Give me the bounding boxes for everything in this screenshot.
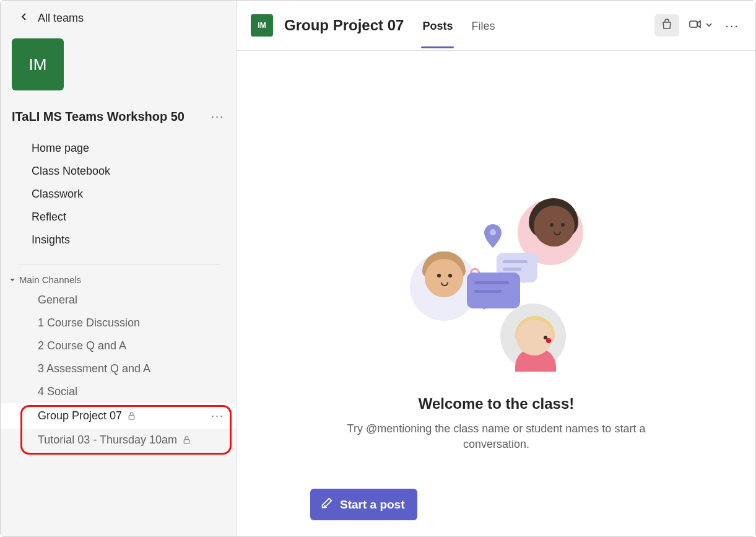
apps-button[interactable] (654, 14, 679, 37)
topbar-more-button[interactable]: ··· (721, 16, 743, 35)
team-more-button[interactable]: ··· (209, 108, 227, 126)
svg-rect-0 (129, 416, 134, 420)
lock-icon (182, 435, 191, 445)
illus-line (474, 281, 509, 284)
sidebar-divider (17, 264, 220, 264)
app-frame: All teams IM ITaLI MS Teams Workshop 50 … (0, 0, 756, 537)
team-title-row: ITaLI MS Teams Workshop 50 ··· (1, 108, 237, 137)
illus-line (474, 290, 502, 293)
illus-eye (448, 274, 452, 277)
main-panel: IM Group Project 07 Posts Files (237, 1, 755, 536)
section-label: Main Channels (19, 274, 81, 285)
video-camera-icon (688, 17, 703, 34)
channel-label: 2 Course Q and A (38, 339, 126, 352)
nav-item-insights[interactable]: Insights (1, 229, 237, 251)
channel-more-button[interactable]: ··· (207, 408, 228, 424)
sidebar: All teams IM ITaLI MS Teams Workshop 50 … (1, 1, 237, 536)
illus-person1-head (425, 259, 463, 297)
tab-files[interactable]: Files (470, 4, 496, 48)
caret-down-icon (9, 274, 15, 285)
all-teams-label: All teams (38, 12, 84, 25)
team-nav-list: Home page Class Notebook Classwork Refle… (1, 137, 237, 260)
compose-icon (320, 496, 334, 513)
channel-name-heading: Group Project 07 (284, 17, 404, 34)
start-a-post-button[interactable]: Start a post (310, 489, 417, 520)
team-avatar-initials: IM (29, 55, 47, 74)
illus-earring (546, 338, 551, 343)
channel-avatar-initials: IM (258, 21, 266, 30)
main-channels-section-toggle[interactable]: Main Channels (1, 272, 237, 289)
illus-eye (437, 274, 441, 277)
svg-rect-1 (184, 440, 189, 444)
team-title: ITaLI MS Teams Workshop 50 (12, 110, 185, 124)
illus-person2-head (534, 206, 575, 247)
nav-item-classwork[interactable]: Classwork (1, 183, 237, 206)
meet-now-button[interactable] (688, 17, 713, 34)
svg-rect-2 (690, 21, 697, 27)
start-a-post-label: Start a post (340, 498, 405, 512)
topbar-actions: ··· (654, 14, 743, 37)
team-avatar-tile[interactable]: IM (12, 38, 64, 90)
channel-label: 3 Assessment Q and A (38, 362, 150, 375)
apps-bag-icon (661, 18, 673, 33)
channel-label: General (38, 294, 77, 307)
channel-label: 4 Social (38, 385, 77, 398)
map-pin-icon (484, 224, 502, 248)
welcome-illustration (410, 199, 583, 373)
channel-topbar: IM Group Project 07 Posts Files (237, 1, 755, 51)
channel-label: Tutorial 03 - Thursday 10am (38, 434, 177, 447)
channel-item-course-qa[interactable]: 2 Course Q and A (1, 334, 237, 357)
channel-item-course-discussion[interactable]: 1 Course Discussion (1, 312, 237, 334)
channel-item-general[interactable]: General (1, 289, 237, 312)
channel-tabs: Posts Files (421, 1, 496, 50)
tab-posts[interactable]: Posts (421, 4, 454, 48)
illus-eye (561, 223, 565, 227)
channel-item-group-project-07[interactable]: Group Project 07 ··· (1, 403, 237, 429)
chevron-left-icon (19, 12, 29, 25)
illus-eye (550, 223, 554, 227)
illus-line (503, 260, 528, 263)
welcome-subtitle: Try @mentioning the class name or studen… (323, 421, 670, 452)
nav-item-reflect[interactable]: Reflect (1, 206, 237, 229)
channel-item-tutorial-03[interactable]: Tutorial 03 - Thursday 10am (1, 429, 237, 452)
nav-item-class-notebook[interactable]: Class Notebook (1, 160, 237, 183)
channel-item-social[interactable]: 4 Social (1, 380, 237, 403)
channel-label: 1 Course Discussion (38, 317, 140, 330)
welcome-title: Welcome to the class! (419, 395, 575, 413)
channel-list: General 1 Course Discussion 2 Course Q a… (1, 289, 237, 452)
channel-content: Welcome to the class! Try @mentioning th… (237, 51, 755, 536)
all-teams-back-button[interactable]: All teams (1, 12, 237, 38)
channel-avatar-tile: IM (251, 14, 273, 37)
channel-label: Group Project 07 (38, 409, 122, 422)
illus-line (503, 268, 521, 271)
lock-icon (127, 411, 136, 421)
svg-point-3 (490, 229, 496, 235)
chevron-down-icon (705, 20, 713, 31)
channel-item-assessment-qa[interactable]: 3 Assessment Q and A (1, 357, 237, 380)
nav-item-home[interactable]: Home page (1, 137, 237, 160)
